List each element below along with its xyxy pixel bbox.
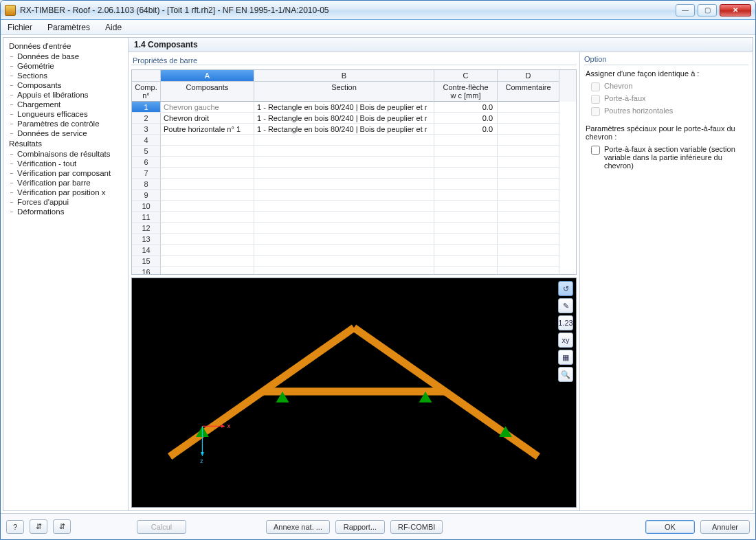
cell-section[interactable] [254,168,434,179]
row-number[interactable]: 6 [132,157,161,168]
tree-item-input-3[interactable]: Composants [5,80,126,90]
cancel-button[interactable]: Annuler [700,520,750,534]
cell-comment[interactable] [498,157,559,168]
cell-section[interactable] [254,212,434,223]
cell-comment[interactable] [498,146,559,157]
table-row[interactable]: 12 [132,223,576,234]
col-letter-a[interactable]: A [161,70,254,82]
cell-section[interactable] [254,179,434,190]
col-letter-b[interactable]: B [254,70,434,82]
cell-component[interactable] [161,168,254,179]
cell-camber[interactable] [434,135,498,146]
nav-tree[interactable]: Données d'entrée Données de baseGéométri… [3,38,129,510]
tree-item-input-4[interactable]: Appuis et libérations [5,90,126,100]
row-number[interactable]: 14 [132,245,161,256]
cell-component[interactable] [161,267,254,274]
table-row[interactable]: 14 [132,245,576,256]
cell-section[interactable] [254,201,434,212]
cell-camber[interactable] [434,190,498,201]
tree-group-results[interactable]: Résultats [5,138,126,149]
cell-camber[interactable] [434,146,498,157]
cell-section[interactable]: 1 - Rectangle en bois 80/240 | Bois de p… [254,113,434,124]
cell-section[interactable] [254,223,434,234]
row-number[interactable]: 4 [132,135,161,146]
cell-comment[interactable] [498,124,559,135]
tree-item-results-4[interactable]: Vérification par position x [5,188,126,197]
cell-section[interactable] [254,234,434,245]
tree-item-results-6[interactable]: Déformations [5,207,126,216]
assign-chevron[interactable]: Chevron [584,80,748,93]
cell-camber[interactable] [434,179,498,190]
cell-component[interactable] [161,190,254,201]
tree-item-input-1[interactable]: Géométrie [5,61,126,71]
tree-item-input-2[interactable]: Sections [5,71,126,80]
report-button[interactable]: Rapport... [335,520,385,534]
table-row[interactable]: 9 [132,190,576,201]
cell-camber[interactable] [434,201,498,212]
table-row[interactable]: 5 [132,146,576,157]
cell-section[interactable] [254,267,434,274]
assign-porteafaux-checkbox[interactable] [591,95,600,104]
ok-button[interactable]: OK [645,520,695,534]
cell-camber[interactable] [434,245,498,256]
row-number[interactable]: 1 [132,102,161,113]
table-row[interactable]: 15 [132,256,576,267]
row-number[interactable]: 15 [132,256,161,267]
tool-orbit[interactable]: ↺ [558,281,573,296]
cell-section[interactable] [254,190,434,201]
cell-component[interactable] [161,146,254,157]
table-row[interactable]: 16 [132,267,576,274]
cell-camber[interactable] [434,168,498,179]
cell-comment[interactable] [498,256,559,267]
cell-section[interactable] [254,135,434,146]
cell-comment[interactable] [498,245,559,256]
col-letter-c[interactable]: C [434,70,498,82]
tree-item-input-5[interactable]: Chargement [5,100,126,109]
io-button-2[interactable]: ⇵ [53,519,71,534]
cell-camber[interactable] [434,267,498,274]
assign-poutres[interactable]: Poutres horizontales [584,105,748,117]
cell-component[interactable] [161,256,254,267]
assign-porteafaux[interactable]: Porte-à-faux [584,93,748,105]
cell-comment[interactable] [498,223,559,234]
special-variable-section[interactable]: Porte-à-faux à section variable (section… [584,144,748,171]
close-button[interactable]: ✕ [720,4,751,16]
table-row[interactable]: 10 [132,201,576,212]
table-row[interactable]: 2Chevron droit1 - Rectangle en bois 80/2… [132,113,576,124]
tree-item-results-2[interactable]: Vérification par composant [5,168,126,178]
cell-camber[interactable]: 0.0 [434,124,498,135]
row-number[interactable]: 5 [132,146,161,157]
row-number[interactable]: 11 [132,212,161,223]
cell-section[interactable] [254,146,434,157]
cell-component[interactable] [161,201,254,212]
cell-comment[interactable] [498,234,559,245]
cell-component[interactable] [161,179,254,190]
components-grid[interactable]: A B C D Comp. n° Composants Section Cont… [131,69,577,275]
row-number[interactable]: 12 [132,223,161,234]
cell-comment[interactable] [498,201,559,212]
cell-component[interactable] [161,234,254,245]
cell-comment[interactable] [498,190,559,201]
cell-camber[interactable] [434,223,498,234]
cell-section[interactable]: 1 - Rectangle en bois 80/240 | Bois de p… [254,102,434,113]
tree-item-results-1[interactable]: Vérification - tout [5,159,126,168]
cell-comment[interactable] [498,267,559,274]
cell-section[interactable] [254,245,434,256]
titlebar[interactable]: RX-TIMBER - Roof - 2.06.1103 (64bit) - [… [1,1,755,20]
table-row[interactable]: 8 [132,179,576,190]
cell-camber[interactable]: 0.0 [434,102,498,113]
tree-item-input-8[interactable]: Données de service [5,128,126,138]
tree-item-input-6[interactable]: Longueurs efficaces [5,109,126,119]
table-row[interactable]: 3Poutre horizontale n° 11 - Rectangle en… [132,124,576,135]
tree-item-input-7[interactable]: Paramètres de contrôle [5,119,126,128]
tree-item-results-5[interactable]: Forces d'appui [5,197,126,207]
cell-section[interactable] [254,256,434,267]
annex-button[interactable]: Annexe nat. ... [266,520,330,534]
tool-zoom[interactable]: 🔍 [558,367,573,382]
cell-camber[interactable] [434,234,498,245]
maximize-button[interactable]: ▢ [698,4,717,16]
cell-component[interactable]: Chevron droit [161,113,254,124]
table-row[interactable]: 4 [132,135,576,146]
table-row[interactable]: 11 [132,212,576,223]
cell-camber[interactable]: 0.0 [434,113,498,124]
